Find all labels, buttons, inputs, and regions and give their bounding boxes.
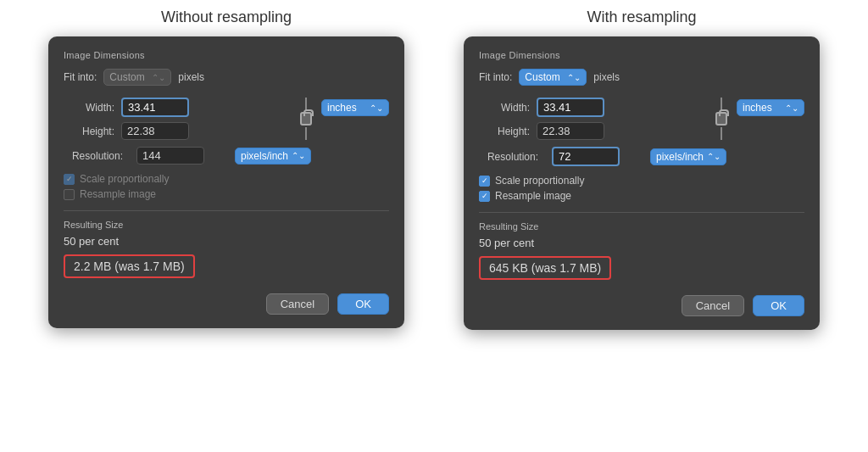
right-resolution-input[interactable]: 72 [552,147,620,166]
right-column: With resampling Image Dimensions Fit int… [447,8,837,330]
right-resolution-row: Resolution: 72 pixels/inch ⌃⌄ [479,147,804,166]
left-lock-icon[interactable] [300,112,312,126]
left-scale-row: Scale proportionally [64,173,389,185]
left-ok-button[interactable]: OK [337,293,389,315]
left-height-value: 22.38 [121,122,189,140]
left-fit-into-unit: pixels [178,71,204,83]
right-fit-into-dropdown[interactable]: Custom ⌃⌄ [519,69,587,86]
left-unit-dropdown[interactable]: inches ⌃⌄ [321,99,389,116]
right-ok-button[interactable]: OK [753,295,804,316]
right-checkboxes: Scale proportionally Resample image [479,175,804,202]
left-file-size: 2.2 MB (was 1.7 MB) [64,254,195,278]
right-size-value: 50 per cent [479,237,804,249]
left-fields-area: Width: 33.41 Height: 22.38 [64,98,389,140]
right-image-dimensions-label: Image Dimensions [479,50,804,60]
left-title: Without resampling [161,8,292,26]
left-fit-into-value: Custom [109,71,144,83]
left-resolution-value: 144 [136,147,204,165]
right-width-label: Width: [479,102,530,114]
right-wh-fields: Width: 33.41 Height: 22.38 [479,98,706,140]
right-resulting-size-label: Resulting Size [479,221,804,232]
right-fields-area: Width: 33.41 Height: 22.38 [479,98,804,140]
left-lock-line-top [305,98,307,110]
left-res-unit-value: pixels/inch [241,150,288,162]
left-height-label: Height: [64,126,114,137]
right-unit-section: inches ⌃⌄ [737,98,804,140]
right-width-row: Width: 33.41 [479,98,706,117]
left-height-row: Height: 22.38 [64,122,291,140]
right-res-unit-arrow-icon: ⌃⌄ [707,152,721,161]
left-lock-area [298,98,314,140]
left-size-value: 50 per cent [64,235,389,248]
right-fit-into-value: Custom [525,71,559,83]
left-unit-value: inches [327,102,357,114]
left-cancel-button[interactable]: Cancel [266,293,329,315]
left-resolution-label: Resolution: [64,150,123,162]
right-scale-row: Scale proportionally [479,175,804,187]
left-resample-checkbox[interactable] [64,189,75,200]
left-dialog-buttons: Cancel OK [64,293,389,315]
right-resample-checkbox[interactable] [479,191,490,202]
left-resulting-size-label: Resulting Size [64,220,389,230]
left-image-dimensions-label: Image Dimensions [64,50,389,60]
columns: Without resampling Image Dimensions Fit … [0,8,868,330]
left-unit-section: inches ⌃⌄ [321,98,389,140]
right-file-size: 645 KB (was 1.7 MB) [479,256,611,280]
left-divider [64,210,389,211]
left-unit-arrow-icon: ⌃⌄ [370,103,383,113]
right-height-row: Height: 22.38 [479,122,706,140]
right-unit-dropdown[interactable]: inches ⌃⌄ [737,99,804,116]
left-resample-label: Resample image [80,188,156,200]
left-dialog: Image Dimensions Fit into: Custom ⌃⌄ pix… [48,36,404,328]
left-res-unit-arrow-icon: ⌃⌄ [292,151,305,160]
left-column: Without resampling Image Dimensions Fit … [31,8,421,328]
right-height-label: Height: [479,126,530,137]
left-res-unit-dropdown[interactable]: pixels/inch ⌃⌄ [235,148,311,165]
right-lock-line-top [721,98,722,110]
left-fit-into-row: Fit into: Custom ⌃⌄ pixels [64,69,389,86]
left-fit-into-arrow-icon: ⌃⌄ [152,73,165,82]
right-fit-into-arrow-icon: ⌃⌄ [567,73,581,82]
right-fit-into-row: Fit into: Custom ⌃⌄ pixels [479,69,804,86]
right-height-value: 22.38 [537,122,604,140]
right-dialog-buttons: Cancel OK [479,295,804,316]
left-wh-fields: Width: 33.41 Height: 22.38 [64,98,291,140]
right-width-input[interactable]: 33.41 [537,98,604,117]
left-checkboxes: Scale proportionally Resample image [64,173,389,200]
right-divider [479,212,804,213]
right-title: With resampling [587,8,696,26]
right-cancel-button[interactable]: Cancel [682,295,744,316]
left-resample-row: Resample image [64,188,389,200]
left-fit-into-dropdown[interactable]: Custom ⌃⌄ [103,69,171,86]
page-container: Without resampling Image Dimensions Fit … [0,0,868,452]
left-fit-into-label: Fit into: [64,71,97,83]
right-res-unit-dropdown[interactable]: pixels/inch ⌃⌄ [650,148,726,165]
left-scale-label: Scale proportionally [80,173,169,185]
left-scale-checkbox[interactable] [64,174,75,185]
right-dialog: Image Dimensions Fit into: Custom ⌃⌄ pix… [464,36,820,330]
left-lock-line-bottom [305,127,307,140]
right-lock-icon[interactable] [715,112,727,126]
right-resample-label: Resample image [495,190,571,202]
right-fit-into-label: Fit into: [479,71,512,83]
right-res-unit-value: pixels/inch [656,151,704,163]
left-width-label: Width: [64,102,114,114]
left-resolution-row: Resolution: 144 pixels/inch ⌃⌄ [64,147,389,165]
right-fit-into-unit: pixels [593,71,620,83]
right-resolution-label: Resolution: [479,151,538,163]
right-lock-area [713,98,730,140]
right-unit-value: inches [743,102,772,114]
right-scale-checkbox[interactable] [479,176,490,187]
right-resample-row: Resample image [479,190,804,202]
right-scale-label: Scale proportionally [495,175,584,187]
left-width-row: Width: 33.41 [64,98,291,117]
right-unit-arrow-icon: ⌃⌄ [785,103,798,113]
right-lock-line-bottom [721,127,722,140]
left-width-input[interactable]: 33.41 [121,98,189,117]
